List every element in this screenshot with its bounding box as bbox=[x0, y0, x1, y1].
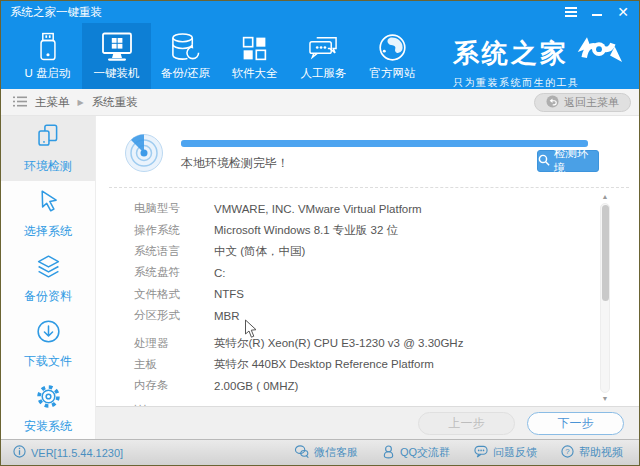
qq-group-link[interactable]: QQ交流群 bbox=[382, 445, 450, 461]
toolbar-item-support[interactable]: 人工服务 bbox=[289, 23, 358, 89]
info-label: 操作系统 bbox=[134, 223, 214, 238]
sidebar-item-select-system[interactable]: 选择系统 bbox=[1, 181, 95, 246]
sidebar-item-download-files[interactable]: 下载文件 bbox=[1, 311, 95, 376]
sidebar-item-backup-data[interactable]: 备份资料 bbox=[1, 246, 95, 311]
table-row: 系统盘符 C: bbox=[134, 262, 591, 283]
statusbar: VER[11.5.44.1230] 微信客服 bbox=[1, 439, 639, 465]
back-arrow-icon bbox=[546, 95, 559, 110]
info-value: 中文 (简体，中国) bbox=[214, 244, 305, 259]
usb-icon bbox=[35, 31, 61, 63]
sidebar-item-label: 下载文件 bbox=[24, 353, 72, 370]
toolbar-item-usb-boot[interactable]: U 盘启动 bbox=[13, 23, 82, 89]
brand-arrow-icon bbox=[575, 33, 623, 73]
sidebar-item-label: 选择系统 bbox=[24, 223, 72, 240]
system-info-table: 电脑型号 VMWARE, INC. VMware Virtual Platfor… bbox=[134, 198, 591, 407]
table-row: 主板 英特尔 440BX Desktop Reference Platform bbox=[134, 354, 591, 375]
return-main-menu-label: 返回主菜单 bbox=[564, 95, 619, 110]
toolbar-item-backup-restore[interactable]: 备份/还原 bbox=[151, 23, 220, 89]
toolbar-item-label: U 盘启动 bbox=[25, 66, 71, 81]
help-icon: ? bbox=[561, 445, 574, 460]
brand-logo: 系统之家 只为重装系统而生的工具 bbox=[453, 33, 623, 90]
table-row: 内存条 2.00GB ( 0MHZ) bbox=[134, 375, 591, 396]
window-title: 系统之家一键重装 bbox=[10, 5, 102, 20]
toolbar-item-label: 官方网站 bbox=[370, 66, 416, 81]
minimize-icon[interactable] bbox=[592, 1, 602, 23]
table-row: 电脑型号 VMWARE, INC. VMware Virtual Platfor… bbox=[134, 198, 591, 219]
table-row: 文件格式 NTFS bbox=[134, 284, 591, 305]
scroll-down-icon[interactable]: ▼ bbox=[599, 395, 611, 403]
info-label: 系统盘符 bbox=[134, 265, 214, 280]
scrollbar-thumb[interactable] bbox=[602, 205, 609, 301]
breadcrumb-root[interactable]: 主菜单 bbox=[35, 95, 70, 110]
feedback-label: 问题反馈 bbox=[493, 445, 537, 460]
monitor-windows-icon bbox=[100, 31, 134, 63]
scroll-up-icon[interactable]: ▲ bbox=[599, 193, 611, 201]
toolbar-item-label: 软件大全 bbox=[232, 66, 278, 81]
help-video-link[interactable]: ? 帮助视频 bbox=[561, 445, 623, 461]
qq-icon bbox=[382, 445, 395, 461]
info-value: VMWARE, INC. VMware Virtual Platform bbox=[214, 203, 422, 215]
device-check-icon bbox=[35, 123, 62, 153]
detect-status-message: 本地环境检测完毕！ bbox=[181, 155, 289, 172]
chevron-right-icon: ▶ bbox=[78, 98, 84, 107]
gear-icon bbox=[35, 383, 62, 413]
toolbar-item-one-click-install[interactable]: 一键装机 bbox=[82, 23, 151, 89]
info-label: 主板 bbox=[134, 357, 214, 372]
breadcrumb: 主菜单 ▶ 系统重装 返回主菜单 bbox=[1, 89, 639, 116]
backup-restore-icon bbox=[169, 31, 202, 63]
list-icon bbox=[13, 96, 27, 109]
wizard-footer: 上一步 下一步 bbox=[96, 406, 639, 439]
info-label: 分区形式 bbox=[134, 308, 214, 323]
table-row: 处理器 英特尔(R) Xeon(R) CPU E3-1230 v3 @ 3.30… bbox=[134, 332, 591, 353]
table-row: 分区形式 MBR bbox=[134, 305, 591, 326]
toolbar-item-label: 备份/还原 bbox=[161, 66, 210, 81]
globe-icon bbox=[377, 31, 408, 63]
sidebar-item-label: 环境检测 bbox=[24, 158, 72, 175]
download-icon bbox=[35, 318, 62, 348]
main-toolbar: U 盘启动 一键装机 bbox=[1, 23, 639, 89]
support-chat-icon bbox=[306, 31, 341, 63]
info-label: 文件格式 bbox=[134, 287, 214, 302]
brand-name: 系统之家 bbox=[453, 36, 569, 71]
info-value: NTFS bbox=[214, 288, 244, 300]
svg-text:?: ? bbox=[565, 447, 570, 456]
wechat-icon bbox=[294, 445, 309, 460]
close-icon[interactable]: ✕ bbox=[617, 1, 629, 23]
window-menu-icon[interactable] bbox=[565, 1, 577, 23]
return-main-menu-button[interactable]: 返回主菜单 bbox=[534, 93, 631, 112]
info-label: 处理器 bbox=[134, 336, 214, 351]
wechat-support-link[interactable]: 微信客服 bbox=[294, 445, 358, 461]
previous-step-button[interactable]: 上一步 bbox=[418, 412, 515, 435]
sidebar: 环境检测 选择系统 备份资料 bbox=[1, 116, 96, 439]
sidebar-item-install-system[interactable]: 安装系统 bbox=[1, 376, 95, 441]
table-row: 操作系统 Microsoft Windows 8.1 专业版 32 位 bbox=[134, 219, 591, 240]
sidebar-item-label: 备份资料 bbox=[24, 288, 72, 305]
toolbar-item-website[interactable]: 官方网站 bbox=[358, 23, 427, 89]
breadcrumb-current: 系统重装 bbox=[92, 95, 138, 110]
table-row: 系统语言 中文 (简体，中国) bbox=[134, 241, 591, 262]
statusbar-links: 微信客服 QQ交流群 bbox=[294, 445, 623, 461]
info-value: MBR bbox=[214, 310, 240, 322]
qq-group-label: QQ交流群 bbox=[400, 445, 450, 460]
feedback-icon bbox=[474, 445, 488, 460]
software-grid-icon bbox=[240, 31, 269, 63]
toolbar-item-software[interactable]: 软件大全 bbox=[220, 23, 289, 89]
info-value: 英特尔 440BX Desktop Reference Platform bbox=[214, 357, 434, 372]
info-value: 英特尔(R) Xeon(R) CPU E3-1230 v3 @ 3.30GHz bbox=[214, 336, 463, 351]
radar-scan-icon bbox=[124, 133, 164, 177]
info-label: 电脑型号 bbox=[134, 201, 214, 216]
dashed-divider bbox=[109, 187, 629, 188]
detect-environment-label: 检测环境 bbox=[554, 146, 598, 176]
version-label: VER[11.5.44.1230] bbox=[31, 447, 123, 459]
feedback-link[interactable]: 问题反馈 bbox=[474, 445, 537, 461]
next-step-button[interactable]: 下一步 bbox=[527, 412, 624, 435]
sidebar-item-env-detect[interactable]: 环境检测 bbox=[1, 116, 95, 181]
scrollbar[interactable]: ▲ ▼ bbox=[599, 193, 611, 403]
toolbar-item-label: 一键装机 bbox=[94, 66, 140, 81]
scrollbar-track[interactable] bbox=[600, 203, 610, 393]
detect-environment-button[interactable]: 检测环境 bbox=[537, 150, 599, 172]
version-info: VER[11.5.44.1230] bbox=[13, 445, 123, 460]
wechat-support-label: 微信客服 bbox=[314, 445, 358, 460]
brand-tagline: 只为重装系统而生的工具 bbox=[453, 76, 623, 90]
help-video-label: 帮助视频 bbox=[579, 445, 623, 460]
